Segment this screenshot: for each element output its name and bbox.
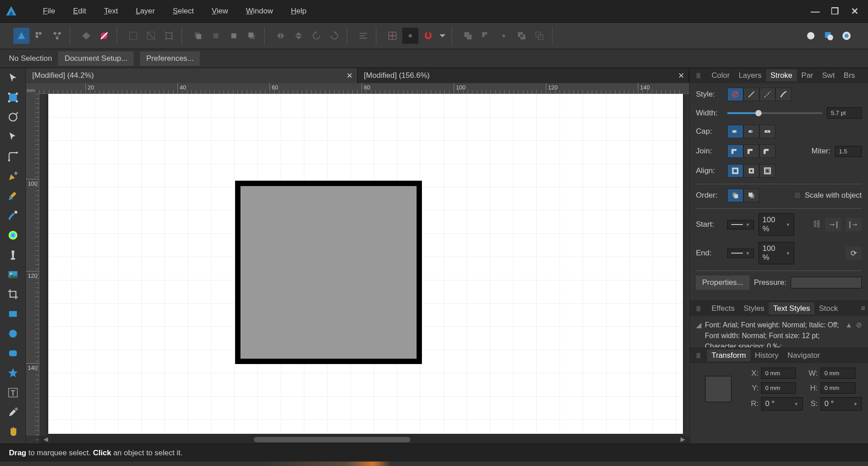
style-brush-button[interactable] xyxy=(775,88,792,101)
cap-square-button[interactable] xyxy=(759,125,775,138)
join-round-button[interactable] xyxy=(743,144,759,158)
align-button[interactable] xyxy=(355,28,371,44)
align-center-button[interactable] xyxy=(727,164,743,178)
tab-close-icon[interactable]: ✕ xyxy=(678,71,684,80)
persona-pixel-button[interactable] xyxy=(31,28,47,44)
text-tool[interactable]: T xyxy=(4,385,22,401)
corner-tool[interactable] xyxy=(4,148,22,165)
anchor-selector[interactable] xyxy=(705,376,732,402)
snapping-dropdown[interactable] xyxy=(438,28,447,44)
panel-dock-icon[interactable]: ⫼ xyxy=(692,304,705,313)
menu-view[interactable]: View xyxy=(205,4,236,18)
w-field[interactable] xyxy=(821,368,855,379)
persona-export-button[interactable] xyxy=(49,28,65,44)
align-outside-button[interactable] xyxy=(759,164,775,178)
arrange-forward-button[interactable] xyxy=(226,28,242,44)
swap-start-icon[interactable]: →| xyxy=(825,218,841,231)
collapse-icon[interactable]: ◢ xyxy=(696,320,701,344)
panel-tab-color[interactable]: Color xyxy=(707,69,734,81)
document-tab-0[interactable]: [Modified] (44.2%)✕ xyxy=(26,68,358,83)
select-parent-button[interactable] xyxy=(161,28,177,44)
synchronize-button[interactable] xyxy=(78,28,94,44)
ruler-unit[interactable]: mm xyxy=(26,83,39,94)
transparency-tool[interactable] xyxy=(4,247,22,263)
end-arrow-dropdown[interactable]: ▼ xyxy=(727,249,754,258)
menu-select[interactable]: Select xyxy=(165,4,201,18)
y-field[interactable] xyxy=(761,382,796,394)
horizontal-scrollbar[interactable]: ◄ ► xyxy=(39,436,689,444)
pen-tool[interactable] xyxy=(4,168,22,184)
width-slider[interactable] xyxy=(727,112,822,114)
stroke-properties-button[interactable]: Properties... xyxy=(696,275,750,290)
panel-tab-brs[interactable]: Brs xyxy=(839,69,860,81)
style-none-button[interactable] xyxy=(727,88,743,101)
rounded-rect-tool[interactable] xyxy=(4,345,22,361)
hand-tool[interactable] xyxy=(4,424,22,440)
brush-tool[interactable] xyxy=(4,208,22,224)
panel-tab-text-styles[interactable]: Text Styles xyxy=(769,302,814,314)
pencil-tool[interactable] xyxy=(4,188,22,204)
flip-horizontal-button[interactable] xyxy=(273,28,289,44)
join-bevel-button[interactable] xyxy=(759,144,775,158)
start-arrow-dropdown[interactable]: ▼ xyxy=(727,220,754,229)
panel-tab-layers[interactable]: Layers xyxy=(734,69,766,81)
order-front-button[interactable] xyxy=(743,189,759,202)
crop-tool[interactable] xyxy=(4,286,22,302)
boolean-intersect-button[interactable] xyxy=(496,28,512,44)
fill-tool[interactable] xyxy=(4,227,22,243)
x-field[interactable] xyxy=(761,368,796,379)
swap-end-icon[interactable]: |→ xyxy=(846,218,862,231)
cap-round-button[interactable] xyxy=(743,125,759,138)
node-tool[interactable] xyxy=(4,129,22,145)
contour-tool[interactable] xyxy=(4,109,22,125)
rectangle-shape[interactable] xyxy=(235,181,422,364)
insert-target-button[interactable] xyxy=(803,28,819,44)
document-tab-1[interactable]: [Modified] (156.6%)✕ xyxy=(358,68,689,83)
maximize-button[interactable]: ❐ xyxy=(826,2,844,20)
join-miter-button[interactable] xyxy=(727,144,743,158)
place-image-tool[interactable] xyxy=(4,267,22,283)
panel-tab-styles[interactable]: Styles xyxy=(739,302,769,314)
width-field[interactable] xyxy=(827,107,862,119)
artboard-tool[interactable] xyxy=(4,89,22,106)
ellipse-tool[interactable] xyxy=(4,326,22,342)
panel-tab-stroke[interactable]: Stroke xyxy=(766,69,797,81)
order-behind-button[interactable] xyxy=(727,189,743,202)
menu-file[interactable]: File xyxy=(36,4,62,18)
panel-tab-transform[interactable]: Transform xyxy=(707,349,750,361)
panel-tab-par[interactable]: Par xyxy=(797,69,817,81)
menu-help[interactable]: Help xyxy=(284,4,314,18)
ruler-vertical[interactable]: 100120140 xyxy=(26,94,39,436)
rotate-cw-button[interactable] xyxy=(326,28,342,44)
snapping-grid-button[interactable] xyxy=(384,28,400,44)
persona-designer-button[interactable] xyxy=(13,28,29,44)
arrange-backward-button[interactable] xyxy=(208,28,224,44)
panel-tab-effects[interactable]: Effects xyxy=(707,302,739,314)
arrange-back-button[interactable] xyxy=(190,28,206,44)
menu-window[interactable]: Window xyxy=(239,4,280,18)
menu-layer[interactable]: Layer xyxy=(129,4,162,18)
boolean-subtract-button[interactable] xyxy=(478,28,494,44)
boolean-xor-button[interactable] xyxy=(514,28,530,44)
flip-vertical-button[interactable] xyxy=(291,28,307,44)
start-pct-dropdown[interactable]: 100 %▼ xyxy=(758,213,794,236)
style-dash-button[interactable] xyxy=(759,88,775,101)
boolean-divide-button[interactable] xyxy=(531,28,548,44)
s-field[interactable]: 0 °▼ xyxy=(821,397,862,411)
link-arrows-icon[interactable]: ⛓ xyxy=(813,220,821,229)
scale-with-object-checkbox[interactable] xyxy=(794,192,801,199)
style-solid-button[interactable] xyxy=(743,88,759,101)
align-inside-button[interactable] xyxy=(743,164,759,178)
select-all-button[interactable] xyxy=(125,28,141,44)
close-button[interactable]: ✕ xyxy=(846,2,864,20)
preferences-button[interactable]: Preferences... xyxy=(140,51,200,66)
text-style-up-icon[interactable]: ▲ xyxy=(845,320,852,330)
menu-text[interactable]: Text xyxy=(97,4,125,18)
panel-dock-icon[interactable]: ⫼ xyxy=(692,351,705,360)
canvas[interactable] xyxy=(39,94,689,436)
pressure-curve[interactable] xyxy=(791,277,862,288)
scrollbar-thumb[interactable] xyxy=(254,437,410,442)
menu-edit[interactable]: Edit xyxy=(66,4,93,18)
miter-field[interactable] xyxy=(835,146,862,157)
text-style-reset-icon[interactable]: ⊘ xyxy=(856,320,862,330)
